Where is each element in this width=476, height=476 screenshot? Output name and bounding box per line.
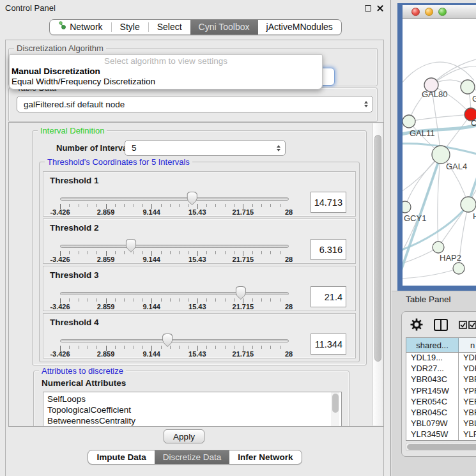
float-window-icon[interactable] xyxy=(365,5,371,12)
close-icon[interactable] xyxy=(376,4,384,12)
network-node-gal4[interactable] xyxy=(432,146,450,164)
tick-label: 15.43 xyxy=(188,208,206,216)
control-panel-titlebar: Control Panel xyxy=(0,0,390,17)
tab-network[interactable]: Network xyxy=(50,20,111,35)
apply-button[interactable]: Apply xyxy=(164,429,204,443)
slider-tick-labels: -3.4262.8599.14415.4321.71528 xyxy=(60,208,289,217)
network-canvas[interactable]: GAL80GCGAL11GAL4GCY1HHAP2 xyxy=(403,19,476,286)
table-row[interactable]: YBR043CYBR0 xyxy=(406,374,476,385)
threshold-value-field[interactable] xyxy=(311,286,346,307)
attributes-scrollbar-thumb[interactable] xyxy=(332,394,339,413)
cell-name: YPR1 xyxy=(459,386,476,397)
panel-scrollbar-thumb[interactable] xyxy=(374,135,381,362)
attribute-list-item[interactable]: BetweennessCentrality xyxy=(47,415,341,426)
column-header-name[interactable]: n xyxy=(459,338,476,352)
threshold-value-field[interactable] xyxy=(311,239,346,260)
network-graph[interactable]: GAL80GCGAL11GAL4GCY1HHAP2 xyxy=(403,19,476,286)
attribute-list-item[interactable]: TopologicalCoefficient xyxy=(47,404,341,415)
column-header-shared-name[interactable]: shared... xyxy=(406,338,459,352)
slider-thumb-face xyxy=(126,240,135,252)
tab-select[interactable]: Select xyxy=(149,20,190,35)
threshold-slider[interactable]: -3.4262.8599.14415.4321.71528 xyxy=(60,314,289,359)
control-panel-content: Discretization Algorithm Select algorith… xyxy=(5,40,384,476)
threshold-box: Threshold 1 -3.4262.8599.14415.4321.7152… xyxy=(43,171,356,217)
table-row[interactable]: YLR345WYLR3 xyxy=(406,429,476,440)
threshold-slider[interactable]: -3.4262.8599.14415.4321.71528 xyxy=(60,219,289,265)
algorithm-popup-item[interactable]: Equal Width/Frequency Discretization xyxy=(10,77,322,87)
attribute-list-item[interactable]: SelfLoops xyxy=(47,394,341,404)
network-node-node-g[interactable] xyxy=(461,80,475,94)
table-panel-title: Table Panel xyxy=(406,295,451,304)
network-edge[interactable] xyxy=(403,268,459,279)
number-of-intervals-combobox[interactable]: 5 xyxy=(125,140,286,156)
spinner-arrows-icon[interactable] xyxy=(277,145,280,151)
bottom-tabs-segmented-control: Impute DataDiscretize DataInfer Network xyxy=(88,450,302,464)
network-edge[interactable] xyxy=(468,148,476,204)
threshold-box: Threshold 3 -3.4262.8599.14415.4321.7152… xyxy=(43,266,356,311)
slider-track[interactable] xyxy=(60,245,289,248)
slider-thumb[interactable] xyxy=(187,192,197,205)
network-node-hap2[interactable] xyxy=(433,242,444,253)
algorithm-popup-item[interactable]: Manual Discretization xyxy=(10,66,322,77)
network-edge[interactable] xyxy=(409,114,471,121)
tab-style[interactable]: Style xyxy=(112,20,148,35)
threshold-value-field[interactable] xyxy=(311,192,346,213)
network-window-titlebar[interactable] xyxy=(403,5,476,19)
slider-track[interactable] xyxy=(60,292,289,295)
threshold-slider[interactable]: -3.4262.8599.14415.4321.71528 xyxy=(60,266,289,312)
algorithm-popup-prompt: Select algorithm to view settings xyxy=(10,56,322,66)
tab-jactivemnodules[interactable]: jActiveMNodules xyxy=(258,20,341,35)
split-columns-icon[interactable] xyxy=(434,319,448,331)
table-row[interactable]: YBR045CYBR0 xyxy=(406,408,476,418)
cell-shared-name: YER054C xyxy=(406,397,459,408)
network-node-gcy1[interactable] xyxy=(403,201,411,213)
network-node-gal11[interactable] xyxy=(403,115,415,128)
table-row[interactable]: YDR27...YDR2 xyxy=(406,364,476,374)
table-data-combobox[interactable]: galFiltered.sif default node xyxy=(17,96,373,112)
cell-name: YDL1 xyxy=(459,353,476,364)
tab-label: Discretize Data xyxy=(163,450,222,464)
cell-shared-name: YIL052C xyxy=(406,441,459,441)
select-columns-checkboxes-icon[interactable] xyxy=(459,321,476,329)
slider-thumb[interactable] xyxy=(235,286,246,300)
table-row[interactable]: YBL079WYBL0 xyxy=(406,418,476,429)
minimize-traffic-light-icon[interactable] xyxy=(425,8,433,16)
table-hscrollbar-thumb[interactable] xyxy=(407,444,476,450)
thresholds-group-title: Threshold's Coordinates for 5 Intervals xyxy=(45,157,192,167)
table-header-row: shared... n xyxy=(406,338,476,353)
network-node-label: C xyxy=(471,118,476,128)
slider-track[interactable] xyxy=(60,339,289,342)
tab-impute-data[interactable]: Impute Data xyxy=(88,450,154,464)
threshold-slider[interactable]: -3.4262.8599.14415.4321.71528 xyxy=(60,172,289,217)
network-edge[interactable] xyxy=(405,155,441,207)
slider-track[interactable] xyxy=(60,197,289,201)
spinner-arrows-icon[interactable] xyxy=(364,101,368,107)
cell-shared-name: YBR043C xyxy=(406,374,459,385)
tab-infer-network[interactable]: Infer Network xyxy=(229,450,301,464)
algorithm-dropdown-popup: Select algorithm to view settings Manual… xyxy=(9,54,323,89)
network-node-node-h[interactable] xyxy=(461,197,476,212)
network-node-node-bottom[interactable] xyxy=(453,263,464,274)
panel-scrollbar[interactable] xyxy=(372,123,383,426)
threshold-list: Threshold 1 -3.4262.8599.14415.4321.7152… xyxy=(40,169,359,360)
table-horizontal-scrollbar[interactable] xyxy=(406,443,476,451)
table-row[interactable]: YIL052CYIL0 xyxy=(406,441,476,441)
slider-thumb[interactable] xyxy=(162,334,173,347)
slider-thumb[interactable] xyxy=(125,239,136,252)
table-row[interactable]: YER054CYER0 xyxy=(406,397,476,408)
network-node-label: G xyxy=(472,94,476,104)
control-panel-window: Control Panel NetworkStyleSelectCyni Too… xyxy=(0,0,391,476)
table-row[interactable]: YDL19...YDL1 xyxy=(406,353,476,364)
tab-discretize-data[interactable]: Discretize Data xyxy=(155,450,230,464)
gear-icon[interactable] xyxy=(410,318,423,331)
attributes-list-scrollbar[interactable] xyxy=(331,392,339,427)
close-traffic-light-icon[interactable] xyxy=(411,8,420,16)
threshold-value-field[interactable] xyxy=(311,334,346,355)
numerical-attributes-list[interactable]: SelfLoopsTopologicalCoefficientBetweenne… xyxy=(43,392,342,427)
table-row[interactable]: YPR145WYPR1 xyxy=(406,386,476,397)
cell-name: YIL0 xyxy=(459,441,476,441)
tab-cyni-toolbox[interactable]: Cyni Toolbox xyxy=(190,20,258,35)
algorithm-popup-items: Manual DiscretizationEqual Width/Frequen… xyxy=(10,66,322,87)
network-edge[interactable] xyxy=(438,155,441,247)
zoom-traffic-light-icon[interactable] xyxy=(438,8,447,16)
